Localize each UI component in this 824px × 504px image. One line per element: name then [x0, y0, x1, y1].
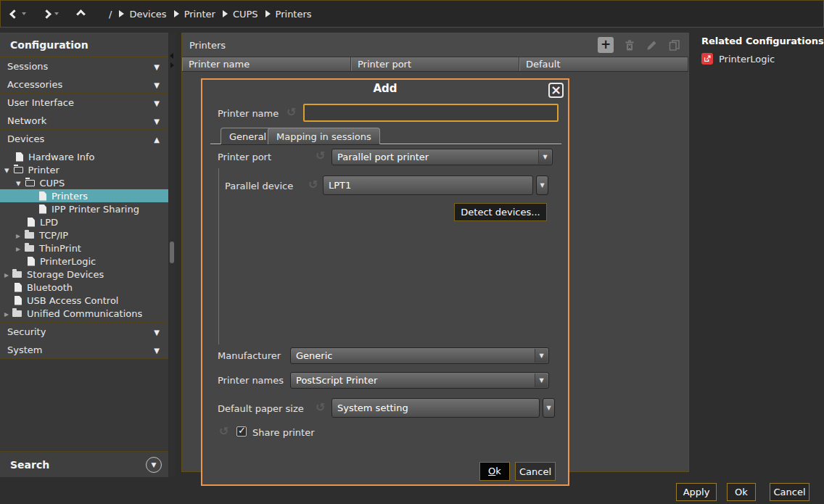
reset-icon[interactable] — [219, 426, 231, 437]
add-printer-dialog: Add Printer name General Mapping in sess… — [201, 78, 569, 486]
delete-printer-button[interactable] — [621, 37, 637, 53]
dialog-cancel-button[interactable]: Cancel — [515, 462, 556, 481]
edit-printer-button[interactable] — [643, 37, 659, 53]
breadcrumb-arrow-icon — [119, 10, 124, 17]
file-icon — [39, 205, 46, 214]
chevron-right-icon — [42, 9, 52, 19]
tree-item-bluetooth[interactable]: Bluetooth — [0, 281, 168, 294]
printer-names-select[interactable]: PostScript Printer — [290, 372, 549, 389]
expander-open-icon[interactable] — [16, 178, 21, 189]
tab-mapping-in-sessions[interactable]: Mapping in sessions — [268, 128, 380, 144]
apply-button[interactable]: Apply — [676, 483, 717, 501]
column-header-printer-port[interactable]: Printer port — [351, 57, 519, 71]
tree-item-hardware-info[interactable]: Hardware Info — [0, 150, 168, 163]
expander-closed-icon[interactable] — [16, 243, 20, 254]
expander-closed-icon[interactable] — [16, 230, 20, 241]
file-icon — [16, 152, 23, 162]
file-icon — [28, 218, 35, 227]
paper-size-combo[interactable]: System setting — [331, 398, 540, 418]
reset-icon[interactable] — [287, 107, 298, 118]
file-icon — [15, 296, 22, 305]
printer-port-select[interactable]: Parallel port printer — [331, 149, 553, 165]
parallel-device-dropdown-button[interactable] — [536, 175, 548, 195]
folder-icon — [25, 232, 34, 239]
sidebar-section-security[interactable]: Security — [0, 323, 168, 341]
breadcrumb-item-printer[interactable]: Printer — [174, 9, 215, 20]
file-icon — [39, 191, 46, 201]
cancel-button[interactable]: Cancel — [770, 483, 809, 501]
tree-item-ipp-printer-sharing[interactable]: IPP Printer Sharing — [0, 202, 168, 215]
reset-icon[interactable] — [308, 179, 320, 191]
collapse-left-icon[interactable] — [170, 53, 173, 59]
breadcrumb-item-devices[interactable]: Devices — [119, 9, 166, 20]
reset-icon[interactable] — [316, 150, 327, 162]
share-printer-checkbox[interactable] — [236, 426, 247, 437]
sidebar-section-sessions[interactable]: Sessions — [0, 57, 168, 75]
expander-closed-icon[interactable] — [4, 308, 9, 319]
column-header-printer-name[interactable]: Printer name — [182, 57, 351, 71]
sidebar-section-network[interactable]: Network — [0, 112, 168, 130]
tree-label: Printer — [28, 165, 59, 175]
tree-item-tcpip[interactable]: TCP/IP — [0, 228, 168, 241]
detect-devices-button[interactable]: Detect devices... — [454, 203, 547, 221]
tree-label: Hardware Info — [28, 152, 95, 162]
search-expand-button[interactable] — [146, 457, 162, 473]
chevron-down-icon — [154, 115, 160, 126]
breadcrumb-item-cups[interactable]: CUPS — [223, 9, 258, 20]
sidebar-splitter[interactable] — [169, 33, 176, 477]
sidebar-section-accessories[interactable]: Accessories — [0, 75, 168, 94]
sidebar-scrollbar-thumb[interactable] — [170, 241, 174, 263]
dialog-title: Add — [202, 82, 568, 95]
add-printer-button[interactable] — [598, 37, 614, 53]
parallel-device-combo[interactable]: LPT1 — [323, 175, 533, 195]
forward-button[interactable] — [44, 11, 59, 17]
tree-item-unified-communications[interactable]: Unified Communications — [0, 307, 168, 320]
expander-open-icon[interactable] — [4, 165, 9, 175]
tab-general[interactable]: General — [221, 128, 275, 144]
tree-item-usb-access-control[interactable]: USB Access Control — [0, 294, 168, 307]
paper-size-value: System setting — [337, 402, 408, 413]
breadcrumb-label: CUPS — [233, 9, 258, 20]
sidebar-section-system[interactable]: System — [0, 341, 168, 359]
up-button[interactable] — [78, 11, 84, 17]
printer-port-value: Parallel port printer — [337, 152, 429, 162]
dialog-close-button[interactable] — [548, 83, 564, 98]
reset-icon[interactable] — [316, 402, 327, 413]
sidebar-section-user-interface[interactable]: User Interface — [0, 94, 168, 112]
tree-item-lpd[interactable]: LPD — [0, 215, 168, 228]
related-item-label: PrinterLogic — [719, 54, 775, 65]
printers-table-header: Printer name Printer port Default — [182, 57, 688, 72]
sidebar-title: Configuration — [0, 33, 168, 57]
manufacturer-select[interactable]: Generic — [290, 347, 549, 364]
printer-name-input[interactable] — [303, 104, 559, 122]
section-label: User Interface — [7, 97, 74, 108]
tree-item-cups[interactable]: CUPS — [0, 176, 168, 189]
expander-closed-icon[interactable] — [4, 269, 9, 280]
search-section[interactable]: Search — [0, 451, 168, 477]
breadcrumb-root[interactable]: / — [109, 9, 112, 20]
breadcrumb-item-printers[interactable]: Printers — [265, 9, 312, 20]
folder-open-icon — [14, 167, 23, 173]
breadcrumb-arrow-icon — [223, 10, 228, 17]
tree-item-printers-selected[interactable]: Printers — [0, 189, 168, 202]
manufacturer-label: Manufacturer — [218, 350, 281, 361]
sidebar-empty-area — [0, 359, 168, 452]
expand-right-icon[interactable] — [170, 62, 174, 68]
tree-item-printer[interactable]: Printer — [0, 163, 168, 176]
copy-printer-button[interactable] — [666, 37, 682, 53]
tree-label: Storage Devices — [27, 269, 104, 280]
dialog-ok-button[interactable]: Ok — [479, 462, 510, 481]
chevron-up-icon — [154, 133, 160, 144]
tree-item-storage-devices[interactable]: Storage Devices — [0, 268, 168, 281]
external-link-icon — [701, 53, 713, 65]
tree-item-thinprint[interactable]: ThinPrint — [0, 241, 168, 255]
ok-button[interactable]: Ok — [727, 483, 756, 501]
tree-label: ThinPrint — [39, 243, 81, 254]
sidebar-section-devices[interactable]: Devices — [0, 130, 168, 148]
paper-size-dropdown-button[interactable] — [543, 398, 555, 418]
related-item-printerlogic[interactable]: PrinterLogic — [701, 53, 824, 65]
folder-icon — [12, 310, 22, 317]
column-header-default[interactable]: Default — [519, 57, 688, 71]
back-button[interactable] — [11, 11, 26, 17]
tree-item-printerlogic[interactable]: PrinterLogic — [0, 255, 168, 268]
